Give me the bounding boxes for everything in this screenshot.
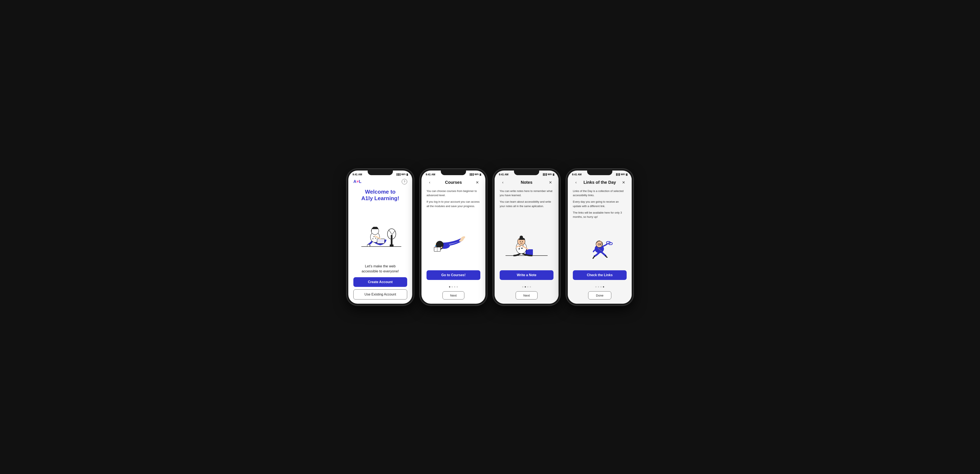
dots-2 <box>449 286 458 287</box>
check-links-button[interactable]: Check the Links <box>573 270 627 280</box>
dot-2-1 <box>449 286 450 287</box>
dot-4-2 <box>598 286 599 287</box>
screen3-actions: Write a Note Next <box>500 270 554 300</box>
screen3-content: ‹ Notes ✕ You can write notes here to re… <box>495 177 558 304</box>
close-button-4[interactable]: ✕ <box>620 179 627 185</box>
phone-1: 9:41 AM ▐▐▐ WiFi ▓ A♥L ? We <box>347 169 414 305</box>
done-button[interactable]: Done <box>588 291 611 300</box>
battery-icon-1: ▓ <box>407 173 408 176</box>
tagline: Let's make the webaccessible to everyone… <box>353 264 407 274</box>
status-icons-4: ▐▐▐ WiFi ▓ <box>615 173 627 176</box>
status-icons-3: ▐▐▐ WiFi ▓ <box>542 173 554 176</box>
battery-icon-2: ▓ <box>480 173 481 176</box>
dot-4-1 <box>595 286 597 287</box>
courses-illustration <box>426 211 480 270</box>
svg-point-8 <box>375 238 376 239</box>
welcome-line1: Welcome to <box>365 189 395 195</box>
svg-point-7 <box>374 236 374 237</box>
back-button-3[interactable]: ‹ <box>500 179 506 185</box>
screen3-text: You can write notes here to remember wha… <box>500 189 554 211</box>
screen1-content: A♥L ? Welcome to A1ly Learning! <box>348 177 412 304</box>
phone-2: 9:41 AM ▐▐▐ WiFi ▓ ‹ Courses ✕ You can c… <box>420 169 487 305</box>
dot-4-4 <box>603 286 604 287</box>
signal-icon-3: ▐▐▐ <box>542 173 547 176</box>
screen2-title: Courses <box>433 180 474 185</box>
dot-2-2 <box>452 286 453 287</box>
screen4-content: ‹ Links of the Day ✕ Links of the Day is… <box>568 177 632 304</box>
dot-4-3 <box>600 286 601 287</box>
create-account-button[interactable]: Create Account <box>353 277 407 287</box>
svg-rect-13 <box>367 244 370 247</box>
close-button-3[interactable]: ✕ <box>547 179 554 185</box>
svg-point-30 <box>519 248 520 249</box>
back-button-2[interactable]: ‹ <box>426 179 433 185</box>
screen4-para1: Links of the Day is a collection of sele… <box>573 189 627 198</box>
signal-icon-1: ▐▐▐ <box>396 173 400 176</box>
screen2-text: You can choose courses from beginner to … <box>426 189 480 211</box>
phone-3-frame: 9:41 AM ▐▐▐ WiFi ▓ ‹ Notes ✕ You can wri… <box>493 169 560 305</box>
wifi-icon-2: WiFi <box>474 173 479 176</box>
logo-1: A♥L <box>353 179 361 184</box>
logo-heart: ♥ <box>356 179 359 184</box>
dot-3-4 <box>530 286 531 287</box>
svg-point-34 <box>520 241 521 242</box>
svg-point-29 <box>521 247 523 249</box>
phone-4: 9:41 AM ▐▐▐ WiFi ▓ ‹ Links of the Day ✕ … <box>566 169 633 305</box>
status-icons-2: ▐▐▐ WiFi ▓ <box>469 173 481 176</box>
links-illustration <box>573 221 627 270</box>
status-time-1: 9:41 AM <box>353 173 362 176</box>
screen2-content: ‹ Courses ✕ You can choose courses from … <box>422 177 485 304</box>
phone-2-screen: 9:41 AM ▐▐▐ WiFi ▓ ‹ Courses ✕ You can c… <box>422 171 485 304</box>
screen3-title: Notes <box>506 180 547 185</box>
close-button-2[interactable]: ✕ <box>474 179 480 185</box>
signal-icon-2: ▐▐▐ <box>469 173 473 176</box>
help-button[interactable]: ? <box>402 179 407 184</box>
screen4-header: ‹ Links of the Day ✕ <box>573 177 627 187</box>
back-button-4[interactable]: ‹ <box>573 179 579 185</box>
dots-4 <box>595 286 604 287</box>
phones-container: 9:41 AM ▐▐▐ WiFi ▓ A♥L ? We <box>347 169 633 305</box>
screen3-para2: You can learn about accessibility and wr… <box>500 200 554 209</box>
dot-3-1 <box>522 286 523 287</box>
svg-line-4 <box>391 231 395 235</box>
screen4-title: Links of the Day <box>579 180 620 185</box>
battery-icon-4: ▓ <box>626 173 627 176</box>
use-existing-account-button[interactable]: Use Existing Account <box>353 289 407 300</box>
notch-2 <box>441 171 466 175</box>
go-to-courses-button[interactable]: Go to Courses! <box>426 270 480 280</box>
phone-3: 9:41 AM ▐▐▐ WiFi ▓ ‹ Notes ✕ You can wri… <box>493 169 560 305</box>
dot-2-4 <box>457 286 458 287</box>
next-button-3[interactable]: Next <box>515 291 538 300</box>
screen4-text: Links of the Day is a collection of sele… <box>573 189 627 222</box>
phone-1-frame: 9:41 AM ▐▐▐ WiFi ▓ A♥L ? We <box>347 169 414 305</box>
screen4-para3: The links will be available here for onl… <box>573 211 627 219</box>
screen2-header: ‹ Courses ✕ <box>426 177 480 187</box>
welcome-title: Welcome to A1ly Learning! <box>353 189 407 201</box>
next-button-2[interactable]: Next <box>442 291 465 300</box>
notch-1 <box>368 171 393 175</box>
phone-2-frame: 9:41 AM ▐▐▐ WiFi ▓ ‹ Courses ✕ You can c… <box>420 169 487 305</box>
status-time-2: 9:41 AM <box>426 173 435 176</box>
svg-rect-5 <box>390 244 393 247</box>
write-note-button[interactable]: Write a Note <box>500 270 554 280</box>
welcome-illustration <box>353 204 407 262</box>
screen4-para2: Every day you are going to receive an up… <box>573 200 627 209</box>
status-icons-1: ▐▐▐ WiFi ▓ <box>396 173 408 176</box>
svg-point-35 <box>522 241 523 242</box>
screen4-actions: Check the Links Done <box>573 270 627 300</box>
screen2-para1: You can choose courses from beginner to … <box>426 189 480 198</box>
dot-3-2 <box>525 286 526 287</box>
screen2-para2: If you log in to your account you can ac… <box>426 200 480 209</box>
phone-4-screen: 9:41 AM ▐▐▐ WiFi ▓ ‹ Links of the Day ✕ … <box>568 171 632 304</box>
notch-4 <box>587 171 612 175</box>
screen3-para1: You can write notes here to remember wha… <box>500 189 554 198</box>
phone-1-screen: 9:41 AM ▐▐▐ WiFi ▓ A♥L ? We <box>348 171 412 304</box>
svg-point-9 <box>372 238 373 239</box>
dots-3 <box>522 286 531 287</box>
svg-rect-12 <box>377 239 384 243</box>
screen2-actions: Go to Courses! Next <box>426 270 480 300</box>
battery-icon-3: ▓ <box>553 173 554 176</box>
status-time-3: 9:41 AM <box>499 173 509 176</box>
notch-3 <box>514 171 539 175</box>
dot-3-3 <box>527 286 528 287</box>
